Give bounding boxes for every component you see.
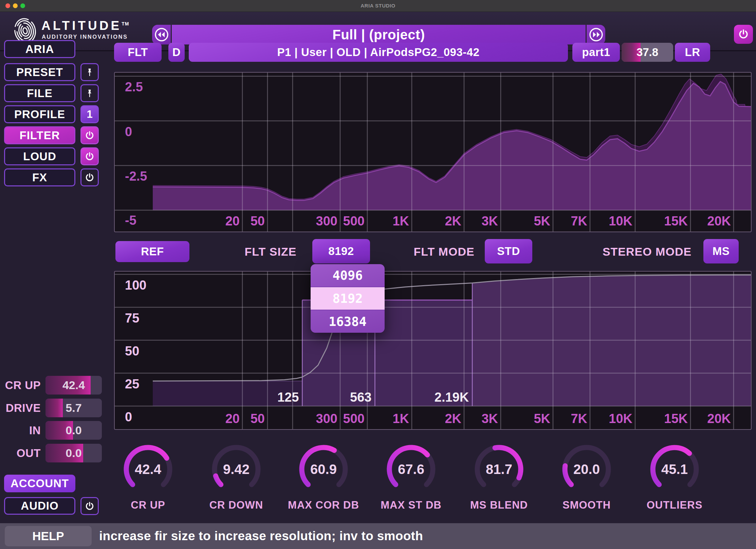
drive-param-value: 5.7: [45, 401, 102, 415]
aria-studio-app: ARIA STUDIO ALTITUDETM AUDITORY INNOVATI…: [0, 0, 756, 549]
rewind-icon: [154, 27, 169, 42]
cr-up-knob-label: CR UP: [97, 499, 199, 511]
cr-down-knob[interactable]: 9.42: [207, 441, 265, 499]
audio-button[interactable]: AUDIO: [4, 497, 75, 515]
file-pin-button[interactable]: [80, 84, 99, 102]
out-param-value: 0.0: [45, 446, 102, 460]
meter-value-slider[interactable]: 37.8: [622, 43, 673, 62]
power-icon: [85, 151, 95, 162]
out-param-slider[interactable]: 0.0: [45, 444, 102, 462]
cr-up-knob[interactable]: 42.4: [119, 441, 177, 499]
in-param-value: 0.0: [45, 424, 102, 437]
max-cor-db-knob[interactable]: 60.9: [295, 441, 352, 499]
svg-text:1K: 1K: [392, 411, 409, 426]
sidebar-item-file[interactable]: FILE: [4, 84, 75, 102]
profile-number-button[interactable]: 1: [80, 105, 99, 123]
svg-text:2K: 2K: [445, 411, 461, 426]
svg-text:2.5: 2.5: [125, 80, 143, 94]
svg-text:42.4: 42.4: [135, 462, 162, 477]
nav-forward-button[interactable]: [587, 25, 605, 44]
svg-text:2K: 2K: [445, 214, 461, 228]
svg-text:-2.5: -2.5: [125, 169, 147, 183]
sidebar-item-filter[interactable]: FILTER: [4, 126, 75, 144]
power-icon: [738, 29, 749, 40]
svg-text:50: 50: [251, 411, 265, 426]
flt-size-option-16384[interactable]: 16384: [311, 310, 385, 333]
sidebar-item-aria[interactable]: ARIA: [4, 40, 75, 58]
svg-text:0: 0: [125, 125, 132, 139]
account-button[interactable]: ACCOUNT: [4, 475, 75, 492]
preset-path-display[interactable]: P1 | User | OLD | AirPodsPG2_093-42: [189, 43, 568, 62]
in-param-label: IN: [3, 424, 41, 437]
svg-text:7K: 7K: [571, 214, 587, 228]
svg-text:5K: 5K: [534, 411, 550, 426]
project-title: Full | (project): [332, 27, 425, 42]
master-power-button[interactable]: [734, 25, 753, 44]
svg-text:60.9: 60.9: [310, 462, 337, 477]
sidebar-item-profile[interactable]: PROFILE: [4, 105, 75, 123]
flt-mode-select[interactable]: STD: [485, 239, 532, 263]
drive-param-label: DRIVE: [3, 402, 41, 415]
svg-text:5K: 5K: [534, 214, 550, 228]
sidebar-item-fx[interactable]: FX: [4, 168, 75, 186]
in-param-slider[interactable]: 0.0: [45, 421, 102, 440]
svg-text:563: 563: [350, 390, 371, 404]
svg-text:9.42: 9.42: [223, 462, 250, 477]
svg-text:20: 20: [225, 411, 240, 426]
cr-up-param-value: 42.4: [45, 379, 102, 392]
sidebar-item-preset[interactable]: PRESET: [4, 63, 75, 81]
flt-size-label: FLT SIZE: [245, 245, 297, 258]
help-text: increase fir size to increase resolution…: [99, 529, 423, 543]
brand-subtitle: AUDITORY INNOVATIONS: [42, 34, 128, 40]
stereo-mode-label: STEREO MODE: [603, 245, 692, 258]
svg-text:7K: 7K: [571, 411, 587, 426]
flt-size-option-4096[interactable]: 4096: [311, 264, 385, 287]
svg-text:25: 25: [125, 377, 139, 391]
svg-text:100: 100: [125, 278, 146, 292]
power-icon: [85, 130, 95, 141]
pin-icon: [85, 89, 94, 98]
svg-text:75: 75: [125, 311, 139, 325]
cr-up-param-slider[interactable]: 42.4: [45, 376, 102, 395]
flt-size-option-8192[interactable]: 8192: [311, 287, 385, 310]
flt-button[interactable]: FLT: [114, 43, 162, 62]
cr-up-param-label: CR UP: [3, 379, 41, 392]
project-title-button[interactable]: Full | (project): [171, 25, 587, 44]
svg-text:0: 0: [125, 410, 132, 424]
help-bar: HELP increase fir size to increase resol…: [0, 523, 756, 549]
smooth-knob[interactable]: 20.0: [558, 441, 615, 499]
ms-blend-knob[interactable]: 81.7: [470, 441, 528, 499]
fx-power-button[interactable]: [80, 168, 99, 186]
loud-power-button[interactable]: [80, 147, 99, 165]
nav-back-button[interactable]: [152, 25, 171, 44]
window-title: ARIA STUDIO: [0, 3, 756, 8]
svg-text:125: 125: [277, 390, 299, 404]
cr-down-knob-label: CR DOWN: [185, 499, 287, 511]
svg-text:15K: 15K: [664, 411, 688, 426]
preset-pin-button[interactable]: [80, 63, 99, 81]
project-nav: Full | (project): [152, 25, 605, 44]
audio-power-button[interactable]: [80, 497, 99, 515]
svg-text:20K: 20K: [707, 214, 731, 228]
ref-button[interactable]: REF: [115, 241, 189, 262]
d-button[interactable]: D: [168, 43, 185, 62]
channel-lr-button[interactable]: LR: [675, 43, 710, 62]
svg-text:50: 50: [251, 214, 265, 228]
filter-power-button[interactable]: [80, 126, 99, 144]
svg-text:3K: 3K: [481, 411, 498, 426]
sidebar-item-loud[interactable]: LOUD: [4, 147, 75, 165]
drive-param-slider[interactable]: 5.7: [45, 399, 102, 417]
max-st-db-knob[interactable]: 67.6: [382, 441, 440, 499]
flt-mode-label: FLT MODE: [413, 245, 474, 258]
stereo-mode-select[interactable]: MS: [703, 239, 739, 263]
frequency-response-chart[interactable]: 20503005001K2K3K5K7K10K15K20K2.50-2.5-5: [114, 72, 752, 232]
svg-text:10K: 10K: [609, 411, 632, 426]
flt-size-select[interactable]: 8192: [312, 239, 370, 263]
pin-icon: [85, 68, 94, 77]
help-button[interactable]: HELP: [5, 526, 92, 546]
outliers-knob[interactable]: 45.1: [646, 441, 703, 499]
part-button[interactable]: part1: [572, 43, 620, 62]
svg-text:2.19K: 2.19K: [435, 390, 469, 404]
filter-resolution-chart[interactable]: 20503005001K2K3K5K7K10K15K20K10075502501…: [114, 271, 752, 430]
svg-text:15K: 15K: [664, 214, 688, 228]
